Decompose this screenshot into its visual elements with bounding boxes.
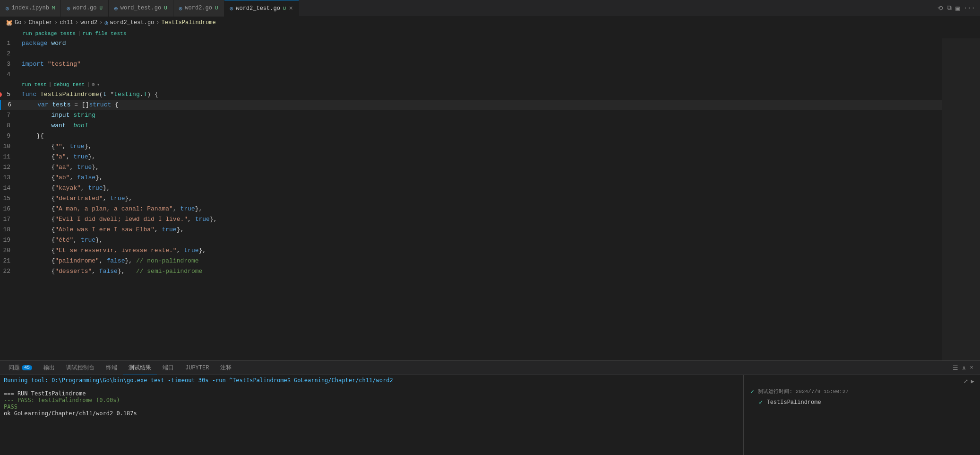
breadcrumb-func[interactable]: TestIsPalindrome [162, 19, 216, 26]
line-num-3: 3 [0, 59, 20, 70]
tab-label-word-test: word_test.go [120, 5, 161, 11]
breadcrumb-chapter[interactable]: Chapter [29, 19, 52, 26]
line-num-20: 20 [0, 245, 20, 256]
panel-tab-output-label: 输出 [43, 364, 55, 372]
profile-icon[interactable]: ⚙ [92, 79, 95, 90]
panel-tab-output[interactable]: 输出 [38, 361, 60, 375]
tab-word2-test[interactable]: ◎ word2_test.go U × [224, 0, 299, 17]
line-content-8: want bool [20, 121, 88, 131]
code-line-16: 16 {"A man, a plan, a canal: Panama", tr… [0, 204, 942, 214]
panel-tab-terminal[interactable]: 终端 [100, 361, 123, 375]
panel-tab-debug-label: 调试控制台 [66, 364, 95, 372]
line-content-13: {"ab", false}, [20, 173, 103, 183]
breadcrumb-word2[interactable]: word2 [80, 19, 97, 26]
more-actions-icon[interactable]: ··· [963, 4, 975, 12]
test-result-time: ✓ 测试运行时间: 2024/7/9 15:00:27 [748, 386, 976, 397]
code-line-15: 15 {"detartrated", true}, [0, 193, 942, 204]
breadcrumb-file-icon: ◎ [104, 19, 108, 26]
line-num-22: 22 [0, 266, 20, 277]
tab-suffix-word-test: U [164, 5, 167, 11]
terminal-blank [4, 384, 739, 390]
tab-label-word2-test: word2_test.go [236, 5, 280, 12]
breadcrumb-go[interactable]: Go [15, 19, 21, 26]
tab-word2[interactable]: ◎ word2.go U [173, 0, 224, 17]
panel-tab-ports-label: 端口 [163, 364, 174, 372]
panel-tab-jupyter[interactable]: JUPYTER [180, 361, 215, 375]
split-editor-icon[interactable]: ⧉ [947, 4, 952, 12]
terminal-output[interactable]: Running tool: D:\Programming\Go\bin\go.e… [0, 375, 744, 455]
line-num-1: 1 [0, 38, 20, 49]
line-content-19: {"été", true}, [20, 235, 103, 245]
test-result-palindrome[interactable]: ✓ TestIsPalindrome [748, 397, 976, 408]
line-num-13: 13 [0, 173, 20, 183]
test-result-actions: ⤢ ▶ [748, 377, 976, 386]
code-line-4: 4 [0, 70, 942, 80]
test-result-name: TestIsPalindrome [766, 399, 821, 406]
line-content-14: {"kayak", true}, [20, 183, 110, 193]
func-codelens: run test | debug test | ⚙ ▾ [0, 80, 942, 89]
line-num-12: 12 [0, 162, 20, 173]
panel-tab-issues[interactable]: 问题 45 [3, 361, 38, 375]
run-test-link[interactable]: run test [22, 79, 47, 90]
panel-tab-comments[interactable]: 注释 [215, 361, 237, 375]
panel-tab-debug-console[interactable]: 调试控制台 [60, 361, 100, 375]
code-line-7: 7 input string [0, 110, 942, 121]
expand-results-icon[interactable]: ⤢ [963, 378, 968, 385]
debug-breakpoint[interactable] [0, 92, 2, 97]
panel-tab-test-results[interactable]: 测试结果 [123, 361, 157, 375]
code-line-12: 12 {"aa", true}, [0, 162, 942, 173]
line-num-11: 11 [0, 152, 20, 162]
editor-area: 1 package word 2 3 import "testing" 4 ru… [0, 38, 980, 360]
breadcrumb-sep5: › [156, 19, 159, 26]
line-num-8: 8 [0, 121, 20, 131]
panel-list-icon[interactable]: ☰ [953, 364, 958, 372]
breadcrumb-go-icon: 🐹 [6, 19, 13, 26]
run-results-icon[interactable]: ▶ [971, 378, 974, 385]
panel-tab-terminal-label: 终端 [106, 364, 117, 372]
run-package-tests-link[interactable]: run package tests [23, 31, 76, 36]
line-num-10: 10 [0, 141, 20, 152]
run-file-tests-link[interactable]: run file tests [83, 31, 126, 36]
code-line-3: 3 import "testing" [0, 59, 942, 70]
close-tab-word2-test[interactable]: × [289, 5, 292, 12]
panel-tab-ports[interactable]: 端口 [157, 361, 180, 375]
tab-suffix-index: M [52, 5, 55, 11]
breadcrumb-ch11[interactable]: ch11 [60, 19, 73, 26]
debug-test-link[interactable]: debug test [53, 79, 85, 90]
code-content[interactable]: 1 package word 2 3 import "testing" 4 ru… [0, 38, 942, 360]
code-lens-sep: | [77, 31, 81, 36]
code-line-13: 13 {"ab", false}, [0, 173, 942, 183]
line-content-5: func TestIsPalindrome(t *testing.T) { [20, 89, 158, 100]
tab-suffix-word: U [100, 5, 103, 11]
breadcrumb-file[interactable]: word2_test.go [110, 19, 155, 26]
tab-word-test[interactable]: ◎ word_test.go U [109, 0, 173, 17]
tab-icon-word2: ◎ [179, 5, 182, 11]
line-num-9: 9 [0, 131, 20, 141]
tab-icon-word2-test: ◎ [230, 5, 233, 11]
line-content-18: {"Able was I ere I saw Elba", true}, [20, 225, 184, 235]
test-run-time: 测试运行时间: 2024/7/9 15:00:27 [758, 388, 848, 395]
panel-close-icon[interactable]: × [970, 364, 973, 372]
history-icon[interactable]: ⟲ [937, 4, 943, 12]
line-num-6: 6 [1, 100, 21, 110]
line-num-14: 14 [0, 183, 20, 193]
tab-index[interactable]: ◎ index.ipynb M [0, 0, 61, 17]
profile-chevron[interactable]: ▾ [97, 79, 100, 90]
line-num-2: 2 [0, 49, 20, 59]
panel-tab-comments-label: 注释 [220, 364, 232, 372]
panel-collapse-icon[interactable]: ∧ [962, 364, 966, 372]
code-line-8: 8 want bool [0, 121, 942, 131]
code-line-5: 5 func TestIsPalindrome(t *testing.T) { [0, 89, 942, 100]
tab-word[interactable]: ◎ word.go U [61, 0, 109, 17]
line-content-22: {"desserts", false}, // semi-palindrome [20, 266, 202, 277]
panel-tab-actions: ☰ ∧ × [949, 364, 977, 372]
code-line-9: 9 }{ [0, 131, 942, 141]
tab-bar: ◎ index.ipynb M ◎ word.go U ◎ word_test.… [0, 0, 980, 17]
tab-suffix-word2-test: U [283, 6, 286, 11]
panel-tab-issues-label: 问题 [9, 364, 20, 372]
code-line-6: 6 var tests = []struct { [0, 100, 942, 110]
panel-tab-jupyter-label: JUPYTER [185, 365, 209, 371]
line-content-4 [20, 70, 26, 80]
editor-layout-icon[interactable]: ▣ [955, 4, 959, 12]
line-num-21: 21 [0, 256, 20, 266]
